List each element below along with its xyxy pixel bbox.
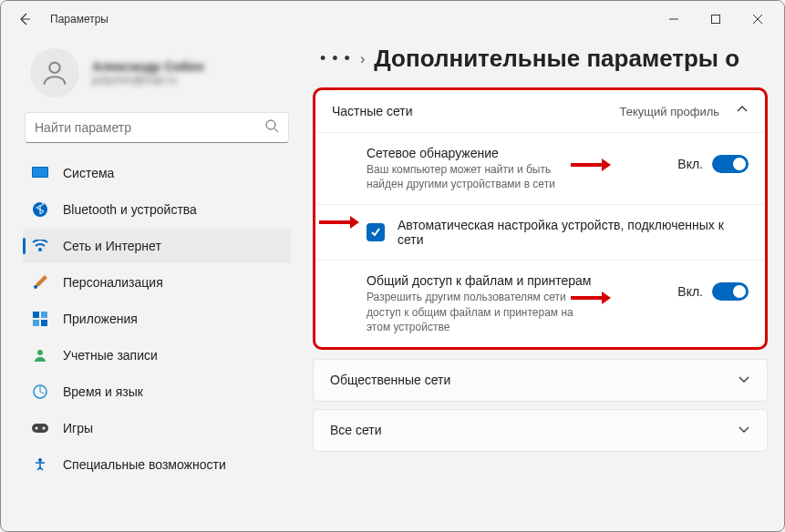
sidebar-item-label: Приложения	[63, 312, 138, 326]
gamepad-icon	[32, 420, 48, 436]
chevron-down-icon	[738, 373, 750, 388]
row-desc: Разрешить другим пользователям сети дост…	[367, 290, 585, 334]
section-label: Общественные сети	[330, 373, 450, 387]
minimize-button[interactable]	[653, 5, 695, 34]
chevron-down-icon	[738, 423, 750, 438]
profile-block[interactable]: Александр Собен polychm@mail.ru	[23, 43, 294, 112]
file-sharing-row: Общий доступ к файлам и принтерам Разреш…	[315, 260, 765, 347]
brush-icon	[32, 274, 48, 291]
chevron-up-icon	[736, 103, 749, 119]
back-button[interactable]	[15, 10, 34, 28]
profile-email: polychm@mail.ru	[92, 74, 204, 87]
row-title: Сетевое обнаружение	[367, 146, 665, 160]
accessibility-icon	[32, 456, 48, 473]
search-icon	[264, 118, 279, 137]
network-discovery-toggle[interactable]	[712, 155, 749, 173]
search-input[interactable]	[35, 120, 264, 135]
sidebar-item-accounts[interactable]: Учетные записи	[23, 338, 291, 373]
apps-icon	[32, 311, 48, 327]
svg-point-5	[266, 120, 275, 129]
maximize-button[interactable]	[695, 5, 737, 34]
panel-title: Частные сети	[332, 104, 413, 118]
auto-setup-row: Автоматическая настройка устройств, подк…	[315, 204, 765, 260]
svg-rect-13	[41, 312, 47, 318]
sidebar-item-label: Специальные возможности	[63, 457, 226, 472]
page-title: Дополнительные параметры о	[374, 45, 739, 73]
sidebar-item-label: Сеть и Интернет	[63, 239, 161, 253]
close-button[interactable]	[737, 5, 779, 34]
sidebar-item-system[interactable]: Система	[23, 156, 291, 190]
row-title: Автоматическая настройка устройств, подк…	[398, 218, 744, 247]
current-profile-label: Текущий профиль	[620, 105, 719, 118]
svg-point-20	[43, 427, 46, 430]
file-sharing-toggle[interactable]	[712, 282, 749, 301]
toggle-label: Вкл.	[677, 157, 703, 171]
sidebar-item-label: Игры	[63, 421, 93, 435]
sidebar-item-accessibility[interactable]: Специальные возможности	[23, 447, 291, 482]
sidebar-item-apps[interactable]: Приложения	[23, 302, 291, 336]
annotation-arrow	[319, 214, 359, 230]
svg-marker-25	[350, 216, 359, 229]
svg-line-6	[274, 128, 278, 132]
globe-clock-icon	[32, 384, 48, 400]
network-discovery-row: Сетевое обнаружение Ваш компьютер может …	[315, 132, 765, 204]
search-box[interactable]	[25, 112, 289, 143]
panel-header[interactable]: Частные сети Текущий профиль	[315, 90, 765, 132]
sidebar-item-label: Система	[63, 166, 114, 180]
private-networks-panel: Частные сети Текущий профиль Сетевое обн…	[313, 87, 768, 350]
row-title: Общий доступ к файлам и принтерам	[367, 273, 665, 288]
svg-point-21	[38, 458, 42, 462]
sidebar-item-label: Персонализация	[63, 275, 163, 290]
svg-point-11	[34, 285, 37, 289]
svg-point-16	[37, 350, 43, 355]
wifi-icon	[32, 238, 48, 254]
sidebar-item-gaming[interactable]: Игры	[23, 411, 291, 445]
profile-name: Александр Собен	[92, 59, 204, 74]
svg-point-4	[49, 63, 59, 73]
svg-rect-18	[32, 424, 48, 433]
svg-rect-12	[33, 312, 39, 318]
sidebar-item-label: Учетные записи	[63, 348, 158, 363]
display-icon	[32, 165, 48, 181]
person-icon	[32, 347, 48, 363]
svg-rect-1	[712, 15, 720, 24]
avatar	[30, 48, 79, 97]
breadcrumb: • • • › Дополнительные параметры о	[313, 37, 768, 87]
public-networks-section[interactable]: Общественные сети	[313, 359, 768, 402]
svg-point-19	[36, 427, 38, 430]
auto-setup-checkbox[interactable]	[367, 223, 385, 241]
sidebar-item-time[interactable]: Время и язык	[23, 374, 291, 409]
sidebar-item-label: Bluetooth и устройства	[63, 202, 197, 217]
titlebar: Параметры	[1, 1, 784, 37]
chevron-right-icon: ›	[360, 51, 365, 67]
svg-rect-15	[41, 320, 47, 326]
bluetooth-icon	[32, 201, 48, 218]
sidebar-item-label: Время и язык	[63, 384, 143, 399]
row-desc: Ваш компьютер может найти и быть найден …	[367, 162, 585, 191]
breadcrumb-overflow[interactable]: • • •	[320, 49, 351, 68]
sidebar: Александр Собен polychm@mail.ru Система …	[1, 37, 298, 531]
window-title: Параметры	[50, 13, 108, 26]
svg-point-10	[38, 248, 42, 251]
toggle-label: Вкл.	[677, 284, 703, 299]
sidebar-item-network[interactable]: Сеть и Интернет	[23, 229, 291, 263]
sidebar-item-personalization[interactable]: Персонализация	[23, 265, 291, 300]
main-content: • • • › Дополнительные параметры о Частн…	[298, 37, 784, 531]
sidebar-item-bluetooth[interactable]: Bluetooth и устройства	[23, 192, 291, 227]
section-label: Все сети	[330, 423, 382, 437]
all-networks-section[interactable]: Все сети	[313, 409, 768, 452]
svg-rect-14	[33, 320, 39, 326]
svg-rect-8	[33, 168, 47, 177]
